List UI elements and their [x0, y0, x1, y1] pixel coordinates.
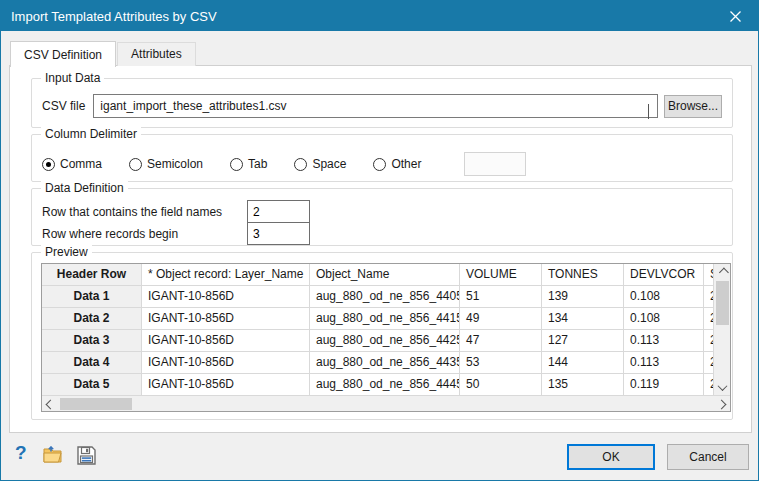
table-cell[interactable]: IGANT-10-856D — [142, 352, 310, 374]
field-names-row-input[interactable] — [247, 200, 310, 223]
other-delimiter-input[interactable] — [464, 152, 526, 176]
ok-button[interactable]: OK — [567, 444, 655, 470]
group-preview-label: Preview — [41, 245, 92, 259]
tab-csv-definition[interactable]: CSV Definition — [10, 41, 116, 67]
table-cell[interactable]: aug_880_od_ne_856_4435 — [310, 352, 460, 374]
radio-semicolon[interactable]: Semicolon — [129, 157, 203, 171]
close-button[interactable] — [712, 1, 758, 31]
column-header-cell[interactable]: VOLUME — [460, 264, 542, 286]
table-cell[interactable]: 49 — [460, 308, 542, 330]
window-title: Import Templated Attributes by CSV — [11, 9, 217, 24]
table-cell[interactable]: IGANT-10-856D — [142, 330, 310, 352]
browse-button[interactable]: Browse... — [664, 95, 722, 118]
chevron-down-icon — [648, 104, 649, 118]
radio-space[interactable]: Space — [294, 157, 346, 171]
row-header-cell[interactable]: Data 5 — [42, 374, 142, 396]
radio-tab-label: Tab — [248, 157, 267, 171]
table-cell[interactable]: IGANT-10-856D — [142, 374, 310, 396]
scroll-left-icon[interactable] — [42, 396, 59, 412]
row-header-cell[interactable]: Data 2 — [42, 308, 142, 330]
table-cell[interactable]: 144 — [542, 352, 624, 374]
row-header-cell[interactable]: Data 4 — [42, 352, 142, 374]
table-cell[interactable]: 51 — [460, 286, 542, 308]
cancel-button-label: Cancel — [689, 450, 726, 464]
table-cell[interactable]: IGANT-10-856D — [142, 286, 310, 308]
radio-button-icon — [129, 158, 142, 171]
tab-attributes[interactable]: Attributes — [117, 42, 196, 66]
horizontal-scrollbar[interactable] — [42, 395, 730, 411]
table-cell[interactable]: aug_880_od_ne_856_4405 — [310, 286, 460, 308]
scroll-right-icon[interactable] — [713, 396, 730, 412]
group-data-definition-label: Data Definition — [41, 181, 128, 195]
radio-comma-label: Comma — [60, 157, 102, 171]
group-input-data: Input Data CSV file igant_import_these_a… — [31, 78, 733, 128]
horizontal-scrollbar-thumb[interactable] — [60, 398, 132, 410]
group-column-delimiter-label: Column Delimiter — [41, 127, 141, 141]
radio-other[interactable]: Other — [373, 157, 421, 171]
group-column-delimiter: Column Delimiter Comma Semicolon Tab Spa… — [31, 134, 733, 182]
column-header-cell[interactable]: Object_Name — [310, 264, 460, 286]
tab-strip: CSV Definition Attributes — [10, 41, 197, 66]
scroll-up-icon[interactable] — [714, 264, 731, 280]
table-cell[interactable]: 0.119 — [624, 374, 704, 396]
browse-button-label: Browse... — [668, 99, 718, 113]
field-names-row-label: Row that contains the field names — [42, 205, 247, 219]
radio-button-icon — [230, 158, 243, 171]
table-cell[interactable]: 0.113 — [624, 352, 704, 374]
table-cell[interactable]: 47 — [460, 330, 542, 352]
titlebar[interactable]: Import Templated Attributes by CSV — [1, 1, 758, 31]
table-cell[interactable]: 139 — [542, 286, 624, 308]
csv-file-combobox[interactable]: igant_import_these_attributes1.csv — [93, 94, 658, 118]
preview-table-grid: Header Row* Object record: Layer_NameObj… — [42, 264, 715, 396]
vertical-scrollbar-thumb[interactable] — [716, 281, 729, 325]
table-cell[interactable]: 0.113 — [624, 330, 704, 352]
table-cell[interactable]: 50 — [460, 374, 542, 396]
radio-semicolon-label: Semicolon — [147, 157, 203, 171]
group-input-data-label: Input Data — [41, 71, 104, 85]
table-cell[interactable]: aug_880_od_ne_856_4445 — [310, 374, 460, 396]
column-header-cell[interactable]: * Object record: Layer_Name — [142, 264, 310, 286]
table-cell[interactable]: aug_880_od_ne_856_4425 — [310, 330, 460, 352]
help-icon[interactable]: ? — [15, 442, 27, 464]
radio-button-icon — [42, 158, 55, 171]
group-preview: Preview Header Row* Object record: Layer… — [31, 252, 733, 420]
row-header-cell[interactable]: Data 3 — [42, 330, 142, 352]
table-cell[interactable]: 127 — [542, 330, 624, 352]
table-cell[interactable]: 0.108 — [624, 286, 704, 308]
radio-other-label: Other — [391, 157, 421, 171]
records-begin-row-input[interactable] — [247, 222, 310, 245]
records-begin-row-label: Row where records begin — [42, 227, 247, 241]
table-cell[interactable]: aug_880_od_ne_856_4415 — [310, 308, 460, 330]
column-header-cell[interactable]: DEVLVCOR — [624, 264, 704, 286]
csv-file-value: igant_import_these_attributes1.csv — [100, 99, 286, 113]
import-csv-dialog: Import Templated Attributes by CSV CSV D… — [0, 0, 759, 481]
table-cell[interactable]: IGANT-10-856D — [142, 308, 310, 330]
radio-comma[interactable]: Comma — [42, 157, 102, 171]
radio-button-icon — [373, 158, 386, 171]
table-cell[interactable]: 53 — [460, 352, 542, 374]
cancel-button[interactable]: Cancel — [667, 444, 749, 470]
csv-file-label: CSV file — [42, 99, 85, 113]
scroll-down-icon[interactable] — [714, 379, 731, 395]
footer: ? OK Cancel — [1, 431, 758, 480]
save-icon[interactable] — [77, 446, 96, 468]
group-data-definition: Data Definition Row that contains the fi… — [31, 188, 733, 246]
open-folder-icon[interactable] — [43, 446, 65, 467]
corner-header-cell[interactable]: Header Row — [42, 264, 142, 286]
ok-button-label: OK — [602, 450, 619, 464]
row-header-cell[interactable]: Data 1 — [42, 286, 142, 308]
tab-page-csv-definition: Input Data CSV file igant_import_these_a… — [9, 65, 752, 433]
radio-button-icon — [294, 158, 307, 171]
close-icon — [730, 11, 741, 22]
column-header-cell[interactable]: TONNES — [542, 264, 624, 286]
vertical-scrollbar[interactable] — [713, 264, 730, 395]
preview-table: Header Row* Object record: Layer_NameObj… — [41, 263, 731, 412]
radio-tab[interactable]: Tab — [230, 157, 267, 171]
radio-space-label: Space — [312, 157, 346, 171]
table-cell[interactable]: 134 — [542, 308, 624, 330]
table-cell[interactable]: 135 — [542, 374, 624, 396]
table-cell[interactable]: 0.108 — [624, 308, 704, 330]
